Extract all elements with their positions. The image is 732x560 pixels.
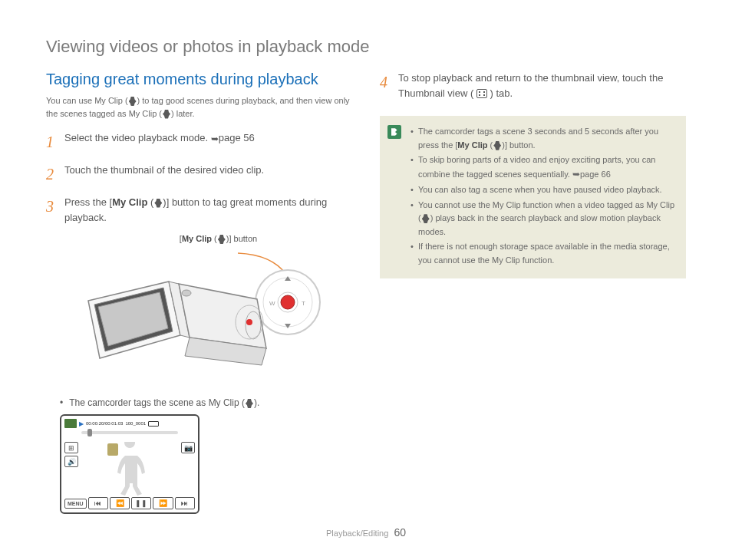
bl-b: ). (254, 397, 259, 408)
cl-bold: My Clip (182, 234, 212, 243)
note-2: To skip boring parts of a video and enjo… (411, 153, 675, 182)
note-icon (387, 125, 401, 139)
step-4: 4 To stop playback and return to the thu… (380, 71, 686, 100)
svg-point-3 (281, 295, 295, 309)
forward-button: ⏩ (153, 497, 173, 509)
ps-left-icons: ⊞ 🔊 (64, 442, 78, 467)
n1a: The camcorder tags a scene 3 seconds and… (418, 127, 658, 150)
zoom-w-label: W (269, 300, 275, 307)
step-number: 3 (46, 195, 58, 225)
n2a: To skip boring parts of a video and enjo… (418, 155, 655, 178)
myclip-icon (154, 199, 162, 208)
camcorder-illustration: [My Clip ()] button W T (46, 234, 352, 385)
pause-button: ❚❚ (131, 497, 151, 509)
intro-a: You can use My Clip ( (46, 96, 128, 105)
callout-label: [My Clip ()] button (84, 234, 352, 244)
step-number: 1 (46, 130, 58, 153)
s3bold: My Clip (112, 196, 147, 208)
next-button: ⏭ (175, 497, 195, 509)
step-body: Press the [My Clip ()] button to tag gre… (64, 195, 352, 225)
myclip-icon (218, 235, 226, 244)
s3b: ( (147, 196, 153, 208)
right-column: 4 To stop playback and return to the thu… (380, 71, 686, 514)
volume-icon: 🔊 (64, 456, 78, 467)
n1bold: My Clip (457, 140, 487, 150)
arrow-icon: ➥ (211, 132, 219, 146)
myclip-icon (246, 399, 253, 408)
camcorder-svg: W T (73, 247, 326, 385)
intro-c: ) later. (171, 109, 195, 118)
menu-button: MENU (64, 499, 87, 509)
n2ref: page 66 (580, 169, 611, 178)
camera-icon: 📷 (181, 442, 195, 453)
play-icon: ▶ (79, 420, 84, 427)
myclip-icon (163, 110, 170, 119)
footer-section: Playback/Editing (326, 529, 388, 538)
section-heading: Tagging great moments during playback (46, 71, 352, 88)
svg-point-7 (246, 319, 252, 325)
s3a: Press the [ (64, 196, 112, 208)
tv-icon: ⊞ (64, 442, 78, 453)
s4a: To stop playback and return to the thumb… (398, 72, 663, 99)
note-4: You cannot use the My Clip function when… (411, 199, 675, 239)
step-2: 2 Touch the thumbnail of the desired vid… (46, 163, 352, 186)
arrow-icon: ➥ (572, 167, 580, 182)
n1b: ( (487, 140, 493, 150)
note-1: The camcorder tags a scene 3 seconds and… (411, 125, 675, 152)
page-footer: Playback/Editing 60 (0, 526, 732, 539)
step-number: 2 (46, 163, 58, 186)
n1c: )] button. (502, 140, 535, 150)
note-list: The camcorder tags a scene 3 seconds and… (411, 125, 675, 268)
cl-b: ( (212, 234, 217, 243)
bullet-text: The camcorder tags the scene as My Clip … (69, 397, 259, 408)
note-5: If there is not enough storage space ava… (411, 240, 675, 267)
page-title: Viewing videos or photos in playback mod… (46, 37, 686, 57)
step-body: Select the video playback mode. ➥page 56 (64, 130, 352, 153)
thumbnail-view-icon (476, 89, 487, 98)
cl-c: )] button (226, 234, 257, 243)
step-number: 4 (380, 71, 392, 100)
svg-point-8 (182, 290, 191, 296)
ps-time: 00:00:20/00:01:03 (86, 421, 123, 426)
step-3: 3 Press the [My Clip ()] button to tag g… (46, 195, 352, 225)
ps-controls: MENU ⏮ ⏪ ❚❚ ⏩ ⏭ (64, 497, 195, 509)
content-columns: Tagging great moments during playback Yo… (46, 71, 686, 514)
left-column: Tagging great moments during playback Yo… (46, 71, 352, 514)
ps-top-bar: ▶ 00:00:20/00:01:03 100_0001 (64, 419, 195, 428)
playback-screen: ▶ 00:00:20/00:01:03 100_0001 ⊞ 🔊 📷 MENU … (60, 414, 199, 514)
zoom-t-label: T (302, 300, 305, 307)
ps-right-icons: 📷 (181, 442, 195, 453)
note-3: You can also tag a scene when you have p… (411, 183, 675, 197)
person-silhouette (107, 442, 153, 496)
page-number: 60 (394, 526, 406, 539)
step1-text: Select the video playback mode. (64, 132, 211, 143)
rewind-button: ⏪ (110, 497, 130, 509)
step-body: Touch the thumbnail of the desired video… (64, 163, 352, 186)
bl-a: The camcorder tags the scene as My Clip … (69, 397, 245, 408)
bullet-dot: • (60, 397, 63, 408)
myclip-icon (493, 141, 501, 150)
note-box: The camcorder tags a scene 3 seconds and… (380, 116, 686, 278)
s4b: ) tab. (490, 87, 513, 99)
ps-thumb-icon (64, 419, 77, 428)
step-1: 1 Select the video playback mode. ➥page … (46, 130, 352, 153)
bullet-tag-scene: • The camcorder tags the scene as My Cli… (60, 397, 352, 408)
myclip-icon (129, 97, 137, 106)
battery-icon (148, 421, 159, 427)
n4b: ) plays back in the search playback and … (418, 213, 661, 236)
step-body: To stop playback and return to the thumb… (398, 71, 686, 100)
ps-file: 100_0001 (125, 421, 146, 426)
progress-bar (81, 431, 178, 434)
step1-ref: page 56 (219, 132, 255, 143)
prev-button: ⏮ (88, 497, 108, 509)
intro-text: You can use My Clip () to tag good scene… (46, 94, 352, 120)
myclip-icon (422, 214, 430, 223)
